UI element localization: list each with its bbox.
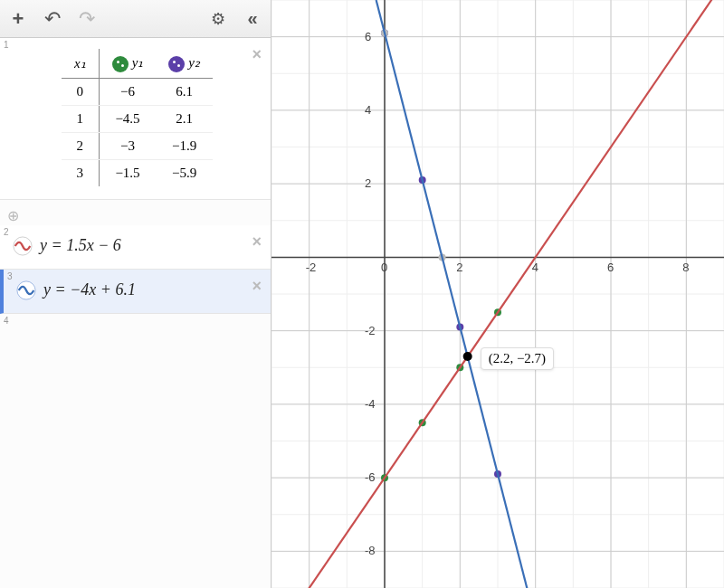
graph-area[interactable]: -202468-8-6-4-2246 (2.2, −2.7) <box>272 0 724 588</box>
add-expression-button[interactable]: + <box>9 10 27 28</box>
undo-button[interactable]: ↶ <box>43 10 62 28</box>
redo-button[interactable]: ↷ <box>78 10 96 28</box>
graph-canvas[interactable]: -202468-8-6-4-2246 <box>272 0 724 588</box>
table-header-y1: y₁ <box>99 49 156 78</box>
table-header-x: x₁ <box>62 49 99 78</box>
svg-text:8: 8 <box>682 261 689 274</box>
equation-text[interactable]: y = −4x + 6.1 <box>43 280 136 299</box>
svg-point-72 <box>463 352 472 361</box>
svg-text:-4: -4 <box>365 397 376 411</box>
close-icon[interactable]: × <box>252 277 262 296</box>
svg-text:6: 6 <box>365 30 371 43</box>
zoom-fit-icon[interactable]: ⊕ <box>7 207 19 224</box>
wave-icon[interactable] <box>16 280 36 300</box>
svg-text:-2: -2 <box>365 324 376 337</box>
svg-text:2: 2 <box>456 261 462 274</box>
settings-button[interactable]: ⚙ <box>209 10 227 28</box>
data-table[interactable]: x₁ y₁ y₂ 0−66.11−4.52.12−3−1.93−1.5−5.9 <box>62 49 213 186</box>
wave-icon[interactable] <box>13 236 33 256</box>
svg-text:6: 6 <box>607 261 614 274</box>
panel-index: 4 <box>4 316 9 326</box>
green-dot-icon[interactable] <box>112 56 129 72</box>
table-row[interactable]: 0−66.1 <box>62 78 213 105</box>
intersection-label: (2.2, −2.7) <box>481 347 554 370</box>
table-row[interactable]: 3−1.5−5.9 <box>62 159 213 186</box>
equation-text[interactable]: y = 1.5x − 6 <box>40 236 121 255</box>
svg-text:0: 0 <box>381 261 387 274</box>
purple-dot-icon[interactable] <box>168 56 185 72</box>
svg-text:-2: -2 <box>306 261 317 274</box>
expression-list: + ↶ ↷ ⚙ « 1 × x₁ y₁ y₂ 0−66.11 <box>0 0 272 588</box>
table-row[interactable]: 2−3−1.9 <box>62 132 213 159</box>
expression-panel-3[interactable]: 3 × y = −4x + 6.1 <box>0 270 271 314</box>
panel-index: 1 <box>4 40 9 50</box>
empty-panel[interactable]: 4 <box>0 314 271 588</box>
svg-text:-6: -6 <box>365 470 376 484</box>
panel-index: 3 <box>7 271 13 281</box>
svg-text:2: 2 <box>365 176 371 190</box>
close-icon[interactable]: × <box>252 232 262 251</box>
table-panel[interactable]: 1 × x₁ y₁ y₂ 0−66.11−4.52.12−3−1.93−1.5−… <box>0 38 271 200</box>
collapse-button[interactable]: « <box>243 10 262 28</box>
svg-text:-8: -8 <box>365 544 376 557</box>
table-header-y2: y₂ <box>156 49 213 78</box>
svg-text:4: 4 <box>365 103 371 117</box>
close-icon[interactable]: × <box>252 45 262 64</box>
toolbar: + ↶ ↷ ⚙ « <box>0 0 271 38</box>
svg-text:4: 4 <box>532 261 538 274</box>
table-row[interactable]: 1−4.52.1 <box>62 105 213 132</box>
panel-index: 2 <box>4 227 9 237</box>
expression-panel-2[interactable]: 2 × y = 1.5x − 6 <box>0 225 271 270</box>
